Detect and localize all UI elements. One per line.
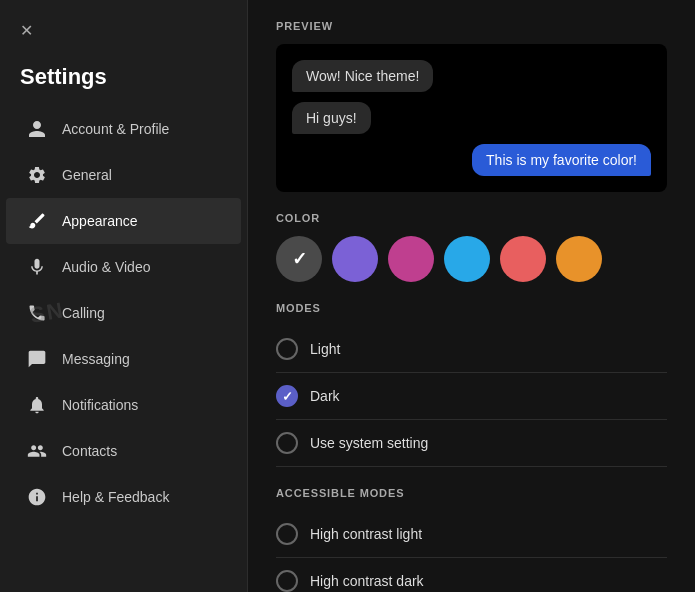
sidebar-item-account[interactable]: Account & Profile — [6, 106, 241, 152]
swatch-magenta[interactable] — [388, 236, 434, 282]
person-icon — [26, 118, 48, 140]
radio-dark: ✓ — [276, 385, 298, 407]
settings-icon — [26, 164, 48, 186]
radio-check: ✓ — [282, 389, 293, 404]
sidebar-item-label: Contacts — [62, 443, 117, 459]
radio-hc-dark — [276, 570, 298, 592]
swatch-default[interactable]: ✓ — [276, 236, 322, 282]
accessible-label: ACCESSIBLE MODES — [276, 487, 667, 499]
mic-icon — [26, 256, 48, 278]
mode-dark[interactable]: ✓ Dark — [276, 373, 667, 420]
modes-container: Light ✓ Dark Use system setting — [276, 326, 667, 467]
color-swatches: ✓ — [276, 236, 667, 282]
radio-hc-light — [276, 523, 298, 545]
sidebar-item-calling[interactable]: Calling — [6, 290, 241, 336]
mode-label-light: Light — [310, 341, 340, 357]
sidebar-item-label: Calling — [62, 305, 105, 321]
sidebar-item-label: Audio & Video — [62, 259, 150, 275]
preview-label: PREVIEW — [276, 20, 667, 32]
mode-label-dark: Dark — [310, 388, 340, 404]
radio-system — [276, 432, 298, 454]
info-icon — [26, 486, 48, 508]
sidebar-item-notifications[interactable]: Notifications — [6, 382, 241, 428]
mode-light[interactable]: Light — [276, 326, 667, 373]
mode-system[interactable]: Use system setting — [276, 420, 667, 467]
accessible-mode-label-hc-dark: High contrast dark — [310, 573, 424, 589]
sidebar-item-label: Help & Feedback — [62, 489, 169, 505]
swatch-purple[interactable] — [332, 236, 378, 282]
accessible-section: ACCESSIBLE MODES High contrast light Hig… — [276, 487, 667, 592]
swatch-orange[interactable] — [556, 236, 602, 282]
color-section: COLOR ✓ — [276, 212, 667, 282]
sidebar-item-label: Appearance — [62, 213, 138, 229]
settings-title: Settings — [0, 56, 247, 106]
sidebar: ✕ Settings Account & Profile General App… — [0, 0, 248, 592]
sidebar-item-label: Notifications — [62, 397, 138, 413]
sidebar-item-appearance[interactable]: Appearance — [6, 198, 241, 244]
swatch-blue[interactable] — [444, 236, 490, 282]
close-button[interactable]: ✕ — [12, 16, 40, 44]
chat-bubble-3: This is my favorite color! — [472, 144, 651, 176]
modes-section: MODES Light ✓ Dark Use system setting — [276, 302, 667, 467]
close-icon: ✕ — [20, 21, 33, 40]
people-icon — [26, 440, 48, 462]
preview-area: Wow! Nice theme! Hi guys! This is my fav… — [276, 44, 667, 192]
radio-light — [276, 338, 298, 360]
chat-bubble-1: Wow! Nice theme! — [292, 60, 433, 92]
sidebar-item-contacts[interactable]: Contacts — [6, 428, 241, 474]
brush-icon — [26, 210, 48, 232]
sidebar-item-messaging[interactable]: Messaging — [6, 336, 241, 382]
sidebar-item-label: General — [62, 167, 112, 183]
sidebar-item-help[interactable]: Help & Feedback — [6, 474, 241, 520]
bell-icon — [26, 394, 48, 416]
main-content: PREVIEW Wow! Nice theme! Hi guys! This i… — [248, 0, 695, 592]
nav-list: Account & Profile General Appearance Aud… — [0, 106, 247, 520]
sidebar-item-label: Messaging — [62, 351, 130, 367]
color-label: COLOR — [276, 212, 667, 224]
message-icon — [26, 348, 48, 370]
accessible-modes-container: High contrast light High contrast dark — [276, 511, 667, 592]
swatch-check: ✓ — [292, 248, 307, 270]
mode-label-system: Use system setting — [310, 435, 428, 451]
chat-bubble-2: Hi guys! — [292, 102, 371, 134]
sidebar-item-general[interactable]: General — [6, 152, 241, 198]
call-icon — [26, 302, 48, 324]
swatch-coral[interactable] — [500, 236, 546, 282]
sidebar-item-audio[interactable]: Audio & Video — [6, 244, 241, 290]
modes-label: MODES — [276, 302, 667, 314]
accessible-mode-label-hc-light: High contrast light — [310, 526, 422, 542]
accessible-mode-hc-light[interactable]: High contrast light — [276, 511, 667, 558]
sidebar-item-label: Account & Profile — [62, 121, 169, 137]
accessible-mode-hc-dark[interactable]: High contrast dark — [276, 558, 667, 592]
